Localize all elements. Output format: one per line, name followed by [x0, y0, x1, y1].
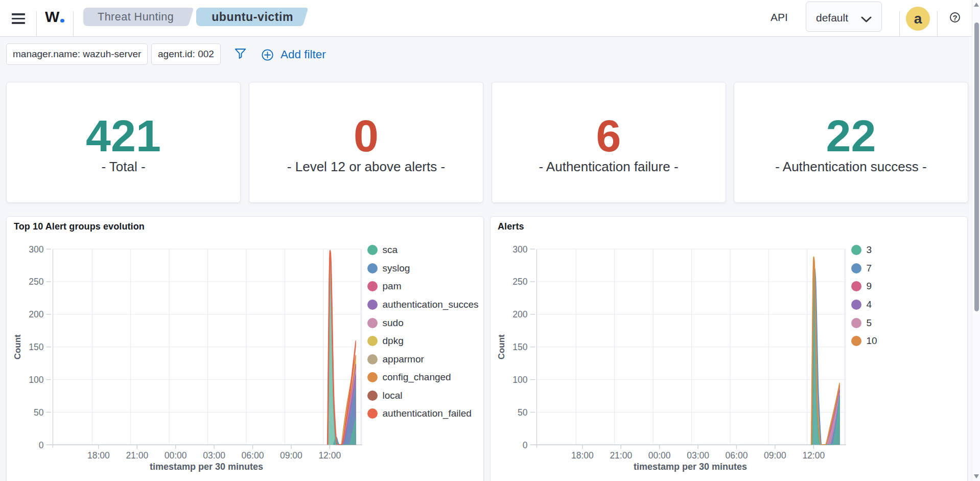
filter-pill-manager[interactable]: manager.name: wazuh-server [6, 43, 148, 65]
legend-dot [367, 300, 378, 310]
scrollbar-down-arrow[interactable] [974, 474, 979, 478]
legend-label: config_changed [383, 372, 451, 383]
legend-dot [367, 372, 378, 382]
header-divider [73, 11, 74, 36]
legend-item[interactable]: 10 [851, 335, 877, 347]
legend-label: 5 [867, 317, 872, 329]
breadcrumb-tab-threat-hunting[interactable]: Threat Hunting [83, 8, 191, 26]
metric-label: - Authentication success - [734, 160, 968, 173]
metric-label: - Authentication failure - [492, 160, 726, 173]
y-axis-title: Count [13, 334, 23, 359]
legend-item[interactable]: apparmor [367, 353, 424, 365]
legend-item[interactable]: 4 [851, 299, 872, 311]
legend-label: pam [383, 281, 402, 292]
y-tick-label: 50 [518, 407, 528, 418]
legend-label: sudo [383, 317, 404, 329]
legend-dot [367, 336, 378, 346]
chart-panel-alerts: Alerts 05010015020025030018:0021:0000:00… [490, 216, 968, 481]
y-tick-label: 300 [512, 244, 527, 255]
legend-item[interactable]: syslog [367, 262, 410, 274]
y-axis-title: Count [497, 334, 507, 359]
add-filter-button[interactable]: Add filter [262, 45, 326, 64]
chevron-down-icon [861, 16, 872, 22]
menu-icon[interactable] [12, 13, 25, 25]
legend-item[interactable]: 7 [851, 262, 872, 274]
legend-dot [851, 281, 861, 291]
scrollbar-up-arrow[interactable] [974, 3, 979, 7]
metric-card: 421- Total - [6, 82, 241, 203]
x-tick-label: 12:00 [802, 450, 825, 461]
filter-funnel-icon[interactable] [231, 46, 249, 63]
metric-label: - Level 12 or above alerts - [249, 160, 483, 173]
legend-label: 4 [867, 299, 872, 310]
svg-text:?: ? [952, 13, 957, 22]
legend-dot [851, 263, 861, 273]
legend-item[interactable]: config_changed [367, 371, 451, 383]
legend-item[interactable]: sudo [367, 317, 404, 329]
y-tick-label: 200 [29, 309, 43, 319]
legend-dot [367, 281, 378, 291]
x-axis-title: timestamp per 30 minutes [150, 462, 263, 472]
y-tick-label: 100 [512, 375, 527, 385]
x-axis-title: timestamp per 30 minutes [634, 462, 747, 472]
alert-groups-area-chart[interactable]: 05010015020025030018:0021:0000:0003:0006… [7, 217, 484, 481]
legend-dot [367, 263, 378, 273]
metric-value: 421 [7, 113, 240, 158]
x-tick-label: 12:00 [318, 450, 341, 461]
page-scrollbar[interactable] [972, 0, 980, 481]
legend-item[interactable]: authentication_succes [367, 299, 479, 311]
filter-bar: manager.name: wazuh-server agent.id: 002… [0, 37, 972, 73]
legend-label: apparmor [383, 354, 424, 365]
legend-item[interactable]: 9 [851, 280, 872, 292]
avatar[interactable]: a [906, 7, 930, 31]
legend-label: 7 [867, 263, 872, 274]
api-selector[interactable]: default [806, 2, 882, 32]
plus-in-circle-icon [262, 49, 273, 61]
y-tick-label: 250 [29, 277, 43, 287]
x-tick-label: 18:00 [571, 450, 594, 461]
alerts-area-chart[interactable]: 05010015020025030018:0021:0000:0003:0006… [491, 217, 968, 481]
header-divider [36, 11, 37, 36]
metric-card: 0- Level 12 or above alerts - [249, 82, 483, 203]
header-divider [937, 11, 938, 36]
legend-label: dpkg [383, 335, 404, 347]
legend-item[interactable]: authentication_failed [367, 407, 472, 420]
x-tick-label: 18:00 [87, 450, 110, 461]
y-tick-label: 0 [523, 440, 528, 450]
legend-item[interactable]: 3 [851, 244, 872, 256]
legend-label: syslog [383, 263, 410, 274]
chart-panel-alert-groups: Top 10 Alert groups evolution 0501001502… [6, 216, 484, 481]
wazuh-logo[interactable]: W [45, 8, 64, 26]
scrollbar-thumb[interactable] [974, 22, 979, 311]
y-tick-label: 150 [512, 342, 527, 352]
legend-item[interactable]: sca [367, 244, 398, 256]
legend-item[interactable]: 5 [851, 317, 872, 329]
legend-dot [367, 391, 378, 401]
y-tick-label: 0 [39, 440, 44, 450]
y-tick-label: 200 [512, 309, 527, 319]
legend-label: 3 [867, 244, 872, 256]
x-tick-label: 03:00 [203, 450, 225, 461]
metric-value: 6 [492, 113, 726, 158]
help-icon[interactable]: ? [948, 10, 962, 25]
y-tick-label: 50 [34, 407, 44, 418]
x-tick-label: 21:00 [610, 450, 632, 461]
metric-value: 22 [734, 113, 968, 158]
breadcrumb-tab-agent[interactable]: ubuntu-victim [196, 8, 306, 26]
filter-pill-agent[interactable]: agent.id: 002 [151, 43, 221, 65]
x-tick-label: 09:00 [764, 450, 786, 461]
legend-item[interactable]: dpkg [367, 335, 404, 347]
y-tick-label: 100 [29, 375, 43, 385]
legend-dot [851, 300, 861, 310]
metric-value: 0 [249, 113, 483, 158]
metric-label: - Total - [7, 160, 240, 173]
wazuh-logo-dot [60, 19, 64, 23]
legend-label: 10 [867, 335, 877, 347]
y-tick-label: 300 [29, 244, 43, 255]
legend-item[interactable]: local [367, 390, 403, 402]
x-tick-label: 21:00 [126, 450, 148, 461]
legend-label: 9 [867, 281, 872, 292]
metric-card: 6- Authentication failure - [492, 82, 726, 203]
legend-dot [367, 318, 378, 328]
legend-item[interactable]: pam [367, 280, 402, 292]
